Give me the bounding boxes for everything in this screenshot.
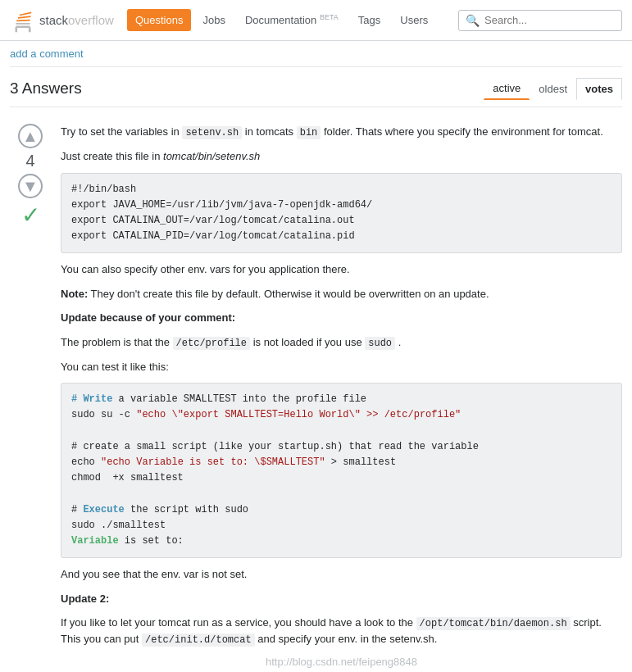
logo[interactable]: stackoverflow [10,7,114,34]
search-bar[interactable]: 🔍 [458,10,622,31]
sort-tabs: active oldest votes [484,77,622,100]
logo-icon [10,7,36,34]
vote-column: ▲ 4 ▼ ✓ [10,124,51,668]
search-input[interactable] [484,14,615,26]
inline-etc-profile: /etc/profile [173,337,250,350]
code-block-2: # Write a variable SMALLTEST into the pr… [61,383,622,558]
search-icon: 🔍 [466,14,480,27]
vote-down-button[interactable]: ▼ [18,174,43,198]
svg-rect-3 [18,16,31,19]
answer-text: Try to set the variables in setenv.sh in… [61,124,622,647]
sort-tab-active[interactable]: active [484,77,530,100]
code-block-1: #!/bin/bash export JAVA_HOME=/usr/lib/jv… [61,173,622,254]
accepted-checkmark[interactable]: ✓ [21,202,40,229]
nav-documentation[interactable]: Documentation BETA [237,8,347,31]
svg-rect-4 [20,11,32,16]
svg-rect-5 [15,27,17,32]
inline-init: /etc/init.d/tomcat [142,633,255,647]
nav-links: Questions Jobs Documentation BETA Tags U… [127,8,458,31]
inline-sudo: sudo [365,337,395,350]
nav-questions[interactable]: Questions [127,9,192,31]
inline-daemon: /opt/tomcat/bin/daemon.sh [416,617,571,630]
inline-bin: bin [297,126,321,139]
nav-jobs[interactable]: Jobs [194,9,233,31]
svg-rect-1 [16,23,30,25]
answer-item: ▲ 4 ▼ ✓ Try to set the variables in sete… [10,114,622,672]
sort-tab-votes[interactable]: votes [576,78,622,100]
beta-badge: BETA [320,13,339,21]
main-content: add a comment 3 Answers active oldest vo… [0,41,632,672]
inline-setenv: setenv.sh [182,126,242,139]
answer-body: Try to set the variables in setenv.sh in… [61,124,622,668]
answers-count: 3 Answers [10,79,82,98]
svg-rect-0 [16,25,30,28]
svg-rect-6 [29,27,31,32]
nav-users[interactable]: Users [392,9,436,31]
nav-tags[interactable]: Tags [350,9,389,31]
sort-tab-oldest[interactable]: oldest [530,78,576,100]
vote-count: 4 [25,152,34,170]
vote-up-button[interactable]: ▲ [18,124,43,148]
logo-text: stackoverflow [39,13,114,27]
answers-header: 3 Answers active oldest votes [10,67,622,107]
navbar: stackoverflow Questions Jobs Documentati… [0,0,632,41]
svg-rect-2 [16,19,30,21]
add-comment-row[interactable]: add a comment [10,41,622,67]
watermark: http://blog.csdn.net/feipeng8848 [61,656,622,668]
